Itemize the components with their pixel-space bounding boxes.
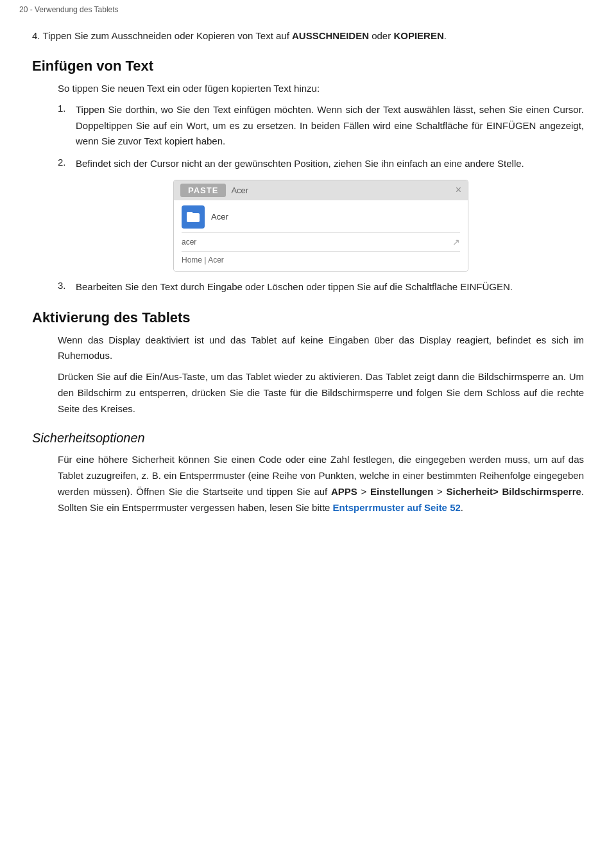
paste-content: Acer acer ↗ Home | Acer (174, 200, 468, 271)
section-aktivierung-p2: Drücken Sie auf die Ein/Aus-Taste, um da… (58, 369, 584, 417)
bold-sicherheit: Sicherheit> (446, 486, 498, 497)
paste-divider-2 (182, 251, 460, 252)
section-sicherheit-body: Für eine höhere Sicherheit können Sie ei… (58, 452, 584, 516)
page-content: 4. Tippen Sie zum Ausschneiden oder Kopi… (0, 17, 616, 540)
paste-brand: Acer (231, 186, 248, 195)
section-intro-text: 4. Tippen Sie zum Ausschneiden oder Kopi… (32, 28, 584, 44)
paste-close-icon[interactable]: × (456, 184, 461, 196)
bold-einstellungen: Einstellungen (370, 486, 433, 497)
folder-svg (185, 209, 201, 225)
section-einfuegen-intro-text: So tippen Sie neuen Text ein oder fügen … (58, 81, 584, 97)
list-num-2: 2. (58, 156, 76, 168)
header-text: 20 - Verwendung des Tablets (19, 5, 119, 14)
section-aktivierung-title: Aktivierung des Tablets (32, 309, 584, 326)
paste-divider (182, 232, 460, 233)
paste-url-row-2: Home | Acer (182, 254, 460, 266)
paste-folder-icon (182, 205, 205, 229)
bold-bildschirm: Bildschirmsperre (502, 486, 581, 497)
paste-acer-label: Acer (211, 212, 228, 221)
list-num-3: 3. (58, 279, 76, 291)
paste-url-row: acer ↗ (182, 236, 460, 248)
page-header: 20 - Verwendung des Tablets (0, 0, 616, 17)
section-aktivierung-p1: Wenn das Display deaktiviert ist und das… (58, 333, 584, 365)
paste-button[interactable]: PASTE (180, 184, 226, 197)
list-content-3: Bearbeiten Sie den Text durch Eingabe od… (76, 279, 584, 295)
paste-small-label: acer (182, 238, 196, 247)
bold-apps: APPS (331, 486, 357, 497)
list-num-1: 1. (58, 102, 76, 114)
paste-url-arrow-icon: ↗ (452, 237, 460, 247)
list-content-2: Befindet sich der Cursor nicht an der ge… (76, 156, 584, 172)
numbered-list: 1. Tippen Sie dorthin, wo Sie den Text e… (58, 102, 584, 295)
list-content-1: Tippen Sie dorthin, wo Sie den Text einf… (76, 102, 584, 150)
paste-bar: PASTE Acer × (174, 180, 468, 200)
section-sicherheit-p1: Für eine höhere Sicherheit können Sie ei… (58, 452, 584, 516)
list-item-2: 2. Befindet sich der Cursor nicht an der… (58, 156, 584, 172)
link-entsperrmuster[interactable]: Entsperrmuster auf Seite 52 (333, 502, 461, 513)
section-sicherheit-title: Sicherheitsoptionen (32, 431, 584, 446)
list-item-1: 1. Tippen Sie dorthin, wo Sie den Text e… (58, 102, 584, 150)
section-einfuegen-title: Einfügen von Text (32, 58, 584, 74)
paste-url-text: Home | Acer (182, 256, 224, 265)
paste-ui-image: PASTE Acer × Acer acer ↗ (173, 180, 468, 272)
section-einfuegen-intro: So tippen Sie neuen Text ein oder fügen … (58, 81, 584, 97)
section-intro: 4. Tippen Sie zum Ausschneiden oder Kopi… (32, 28, 584, 44)
paste-icon-row: Acer (182, 205, 460, 229)
list-item-3: 3. Bearbeiten Sie den Text durch Eingabe… (58, 279, 584, 295)
section-aktivierung-body: Wenn das Display deaktiviert ist und das… (58, 333, 584, 417)
paste-bar-left: PASTE Acer (180, 184, 248, 197)
